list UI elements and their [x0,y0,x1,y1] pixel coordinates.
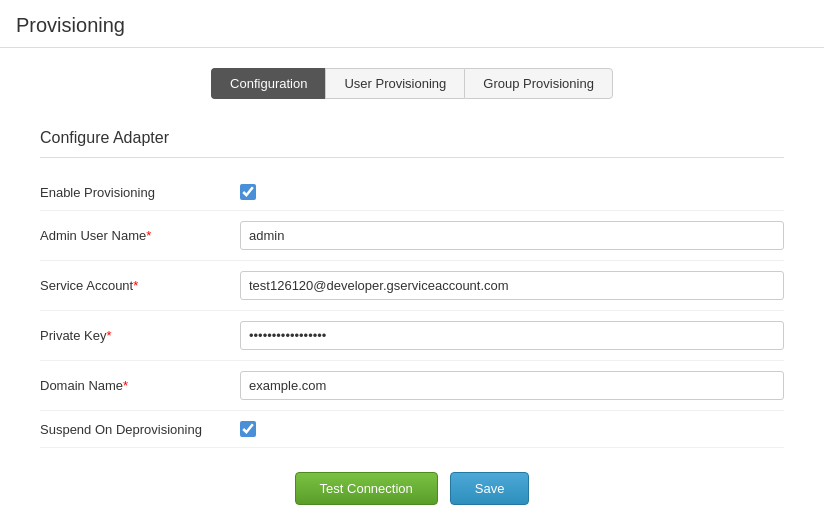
tab-group-provisioning[interactable]: Group Provisioning [464,68,613,99]
tab-configuration[interactable]: Configuration [211,68,325,99]
private-key-label: Private Key* [40,328,240,343]
enable-provisioning-checkbox[interactable] [240,184,256,200]
test-connection-button[interactable]: Test Connection [295,472,438,505]
save-button[interactable]: Save [450,472,530,505]
tab-user-provisioning[interactable]: User Provisioning [325,68,464,99]
button-row: Test Connection Save [40,472,784,505]
private-key-input[interactable] [240,321,784,350]
admin-user-name-required: * [146,228,151,243]
service-account-required: * [133,278,138,293]
domain-name-input[interactable] [240,371,784,400]
form-row-service-account: Service Account* [40,261,784,311]
content-area: Configure Adapter Enable Provisioning Ad… [0,109,824,523]
domain-name-required: * [123,378,128,393]
section-divider [40,157,784,158]
service-account-input[interactable] [240,271,784,300]
enable-provisioning-label: Enable Provisioning [40,185,240,200]
domain-name-label: Domain Name* [40,378,240,393]
admin-user-name-label: Admin User Name* [40,228,240,243]
section-title: Configure Adapter [40,129,784,147]
form-row-admin-user-name: Admin User Name* [40,211,784,261]
form-row-enable-provisioning: Enable Provisioning [40,174,784,211]
admin-user-name-input[interactable] [240,221,784,250]
suspend-label: Suspend On Deprovisioning [40,422,240,437]
suspend-checkbox-wrapper [240,421,256,437]
page-title: Provisioning [16,14,808,37]
enable-provisioning-checkbox-wrapper [240,184,256,200]
page-header: Provisioning [0,0,824,48]
service-account-label: Service Account* [40,278,240,293]
tab-bar: Configuration User Provisioning Group Pr… [0,68,824,99]
suspend-checkbox[interactable] [240,421,256,437]
form-row-suspend: Suspend On Deprovisioning [40,411,784,448]
private-key-required: * [106,328,111,343]
form-row-private-key: Private Key* [40,311,784,361]
form-row-domain-name: Domain Name* [40,361,784,411]
